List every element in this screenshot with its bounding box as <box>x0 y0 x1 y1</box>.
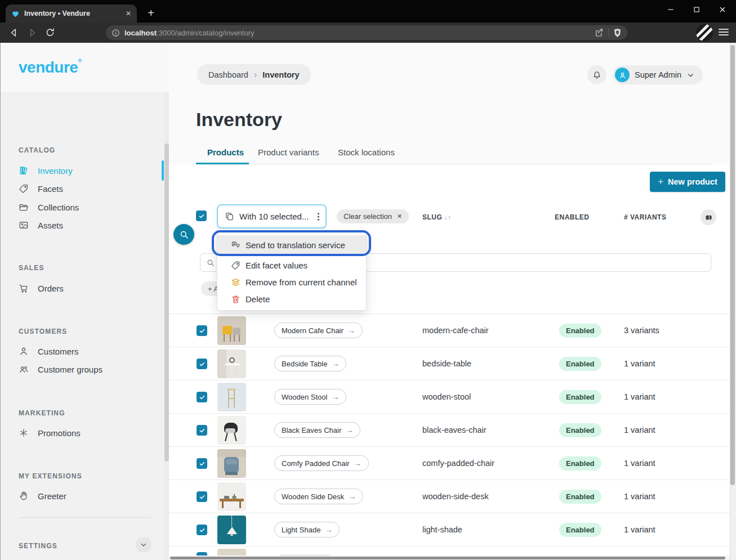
sidebar-scrollbar[interactable] <box>164 93 169 559</box>
column-header-slug[interactable]: SLUG↓↑ <box>422 213 451 221</box>
brave-shield-icon[interactable] <box>613 28 622 38</box>
sidebar-scrollbar-thumb[interactable] <box>164 144 169 462</box>
new-tab-button[interactable]: + <box>144 7 158 20</box>
asterisk-icon <box>19 428 29 438</box>
search-icon <box>179 230 189 240</box>
user-menu[interactable]: Super Admin <box>613 65 703 84</box>
books-icon <box>19 165 29 176</box>
notifications-button[interactable] <box>587 65 606 84</box>
horizontal-scrollbar-thumb[interactable] <box>170 557 725 559</box>
product-link[interactable]: Wooden Stool→ <box>274 389 346 405</box>
vertical-scrollbar-thumb[interactable] <box>730 45 735 485</box>
breadcrumb-dashboard[interactable]: Dashboard <box>208 70 248 79</box>
tab-products[interactable]: Products <box>207 147 244 157</box>
sidebar-item-customer-groups[interactable]: Customer groups <box>19 360 146 378</box>
browser-tab[interactable]: Inventory • Vendure ✕ <box>6 5 137 23</box>
back-button[interactable] <box>8 26 20 39</box>
product-thumbnail <box>217 350 246 378</box>
sidebar-item-customers[interactable]: Customers <box>19 342 146 360</box>
cart-icon <box>19 283 29 293</box>
url-bar[interactable]: localhost:3000/admin/catalog/inventory <box>106 25 627 40</box>
share-icon[interactable] <box>595 28 604 37</box>
product-thumbnail <box>217 482 246 511</box>
product-link[interactable]: Comfy Padded Chair→ <box>274 455 369 471</box>
column-header-variants: # VARIANTS <box>624 213 666 221</box>
column-settings-button[interactable] <box>701 209 716 225</box>
product-thumbnail <box>217 316 246 345</box>
arrow-right-icon: → <box>325 526 332 534</box>
sidebar-item-inventory[interactable]: Inventory <box>19 162 146 180</box>
sidebar-item-assets[interactable]: Assets <box>19 216 146 234</box>
tab-stock-locations[interactable]: Stock locations <box>338 147 395 157</box>
active-nav-indicator <box>162 160 164 181</box>
product-link[interactable]: Light Shade→ <box>274 522 340 537</box>
reload-button[interactable] <box>44 26 56 39</box>
product-thumbnail <box>217 449 246 478</box>
product-slug: modern-cafe-chair <box>422 326 489 335</box>
sidebar-item-orders[interactable]: Orders <box>19 279 146 297</box>
sort-icon: ↓↑ <box>444 214 451 221</box>
window-minimize-button[interactable] <box>663 2 679 17</box>
columns-icon <box>704 213 713 222</box>
tag-icon <box>231 261 240 270</box>
product-slug: black-eaves-chair <box>422 425 487 434</box>
window-close-button[interactable] <box>715 2 730 17</box>
sidebar-item-collections[interactable]: Collections <box>19 198 146 216</box>
row-checkbox[interactable] <box>197 525 207 535</box>
status-badge: Enabled <box>559 390 601 404</box>
new-product-button[interactable]: + New product <box>650 172 725 192</box>
menu-item-delete[interactable]: Delete <box>217 290 366 307</box>
settings-expand-button[interactable] <box>136 537 151 553</box>
vendure-logo[interactable]: vendure® <box>19 58 82 77</box>
product-link[interactable]: Bedside Table→ <box>274 356 346 371</box>
tab-close-icon[interactable]: ✕ <box>126 10 131 17</box>
arrow-right-icon: → <box>354 459 362 468</box>
row-checkbox[interactable] <box>197 458 207 469</box>
sidebar-nav: CATALOG Inventory Facets Collections <box>1 92 169 560</box>
tab-product-variants[interactable]: Product variants <box>258 147 319 157</box>
menu-item-remove-from-channel[interactable]: Remove from current channel <box>217 274 366 290</box>
forward-button[interactable] <box>26 26 38 39</box>
site-info-icon[interactable] <box>111 29 120 37</box>
status-badge: Enabled <box>559 357 601 371</box>
with-selected-button[interactable]: With 10 selected... ⋮ <box>217 204 327 229</box>
sidebar-item-greeter[interactable]: Greeter <box>19 487 146 505</box>
url-text: localhost:3000/admin/catalog/inventory <box>124 29 590 37</box>
browser-profile-avatar[interactable] <box>696 24 713 41</box>
window-maximize-button[interactable] <box>689 2 704 17</box>
products-table: Modern Cafe Chair→ modern-cafe-chair Ena… <box>169 313 730 560</box>
arrow-right-icon: → <box>332 393 339 401</box>
product-link[interactable]: Modern Cafe Chair→ <box>274 322 363 338</box>
select-all-checkbox[interactable] <box>196 210 207 221</box>
row-checkbox[interactable] <box>197 425 207 436</box>
row-checkbox[interactable] <box>197 325 207 336</box>
tab-title: Inventory • Vendure <box>24 10 121 17</box>
sidebar-section-marketing: MARKETING <box>19 409 65 417</box>
app-window: Inventory • Vendure ✕ + localhost:3000/a… <box>0 0 736 560</box>
breadcrumb[interactable]: Dashboard › Inventory <box>197 64 311 85</box>
variant-count: 1 variant <box>624 359 655 368</box>
table-row: Wooden Stool→ wooden-stool Enabled 1 var… <box>169 380 730 413</box>
menu-item-edit-facet-values[interactable]: Edit facet values <box>217 257 366 274</box>
row-checkbox[interactable] <box>197 359 207 369</box>
kebab-icon: ⋮ <box>314 211 323 222</box>
menu-item-send-to-translation[interactable]: Send to translation service <box>217 235 366 254</box>
translate-icon <box>231 240 240 250</box>
sidebar-item-facets[interactable]: Facets <box>19 180 146 198</box>
clear-selection-button[interactable]: Clear selection ✕ <box>337 209 409 223</box>
product-link[interactable]: Wooden Side Desk→ <box>274 489 363 504</box>
sidebar-item-label: Inventory <box>38 166 73 176</box>
browser-menu-icon[interactable] <box>719 27 729 37</box>
table-row: Light Shade→ light-shade Enabled 1 varia… <box>169 513 730 546</box>
sidebar-section-settings[interactable]: SETTINGS <box>19 542 57 550</box>
row-checkbox[interactable] <box>197 392 207 402</box>
sidebar-item-promotions[interactable]: Promotions <box>19 424 146 442</box>
chevron-right-icon: › <box>254 70 257 80</box>
tabs-divider <box>196 164 711 164</box>
product-link[interactable]: Black Eaves Chair→ <box>274 422 360 438</box>
row-checkbox[interactable] <box>197 491 207 502</box>
breadcrumb-inventory[interactable]: Inventory <box>262 70 299 79</box>
divider <box>19 517 151 518</box>
quick-search-button[interactable] <box>173 224 194 245</box>
status-badge: Enabled <box>559 324 601 338</box>
